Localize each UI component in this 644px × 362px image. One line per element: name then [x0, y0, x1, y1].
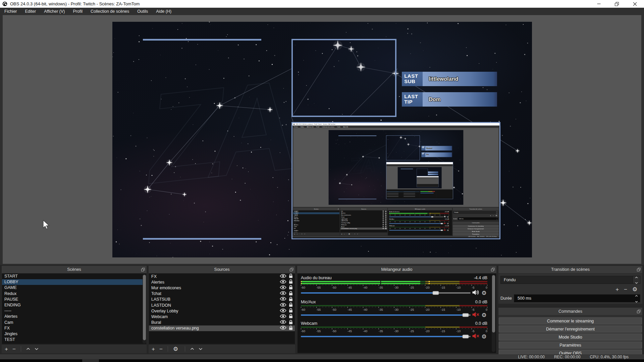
lock-icon[interactable] [289, 285, 293, 291]
close-button[interactable] [626, 0, 644, 8]
menu-item[interactable]: Outils [133, 8, 152, 15]
menu-item[interactable]: Fichier [0, 8, 21, 15]
remove-transition-button[interactable]: − [624, 287, 627, 292]
mute-toggle[interactable] [471, 333, 481, 340]
dock-float-icon[interactable] [141, 268, 145, 273]
last-tip-banner[interactable]: LASTTIP Dom [402, 92, 497, 107]
volume-slider-handle[interactable] [462, 313, 469, 317]
move-scene-up-button[interactable] [26, 348, 30, 350]
volume-slider[interactable] [301, 292, 471, 294]
volume-slider-handle[interactable] [432, 291, 439, 295]
spin-down-icon[interactable] [635, 299, 638, 304]
visibility-eye-icon[interactable] [280, 291, 286, 296]
scene-item[interactable]: ----- [2, 308, 146, 314]
channel-settings-icon[interactable]: ⚙ [481, 334, 487, 340]
visibility-eye-icon[interactable] [280, 303, 286, 308]
lock-icon[interactable] [289, 274, 293, 279]
scene-item[interactable]: Redux [2, 291, 146, 297]
source-item[interactable]: FX [149, 274, 295, 279]
window-capture-source[interactable]: OBS 24.0.3 (64-bit, windows) - Profil: T… [291, 122, 500, 239]
dock-float-icon[interactable] [491, 268, 495, 273]
menu-item[interactable]: Profil [69, 8, 86, 15]
menu-item[interactable]: Editer [21, 8, 40, 15]
lock-icon[interactable] [289, 279, 293, 285]
visibility-eye-icon[interactable] [280, 280, 286, 285]
menu-item[interactable]: Afficher (V) [40, 8, 69, 15]
move-source-up-button[interactable] [190, 348, 194, 350]
channel-settings-icon[interactable]: ⚙ [481, 290, 487, 296]
scene-item[interactable]: START [2, 274, 146, 279]
add-scene-button[interactable]: + [5, 346, 8, 352]
overlay-line-top[interactable] [143, 39, 261, 41]
channel-settings-icon[interactable]: ⚙ [481, 312, 487, 318]
scene-item[interactable]: LOBBY [2, 279, 146, 285]
command-button[interactable]: Commencer le streaming [499, 317, 642, 324]
menu-item[interactable]: Collection de scènes [87, 8, 133, 15]
scene-item[interactable]: TEST [2, 337, 146, 343]
commands-panel-header[interactable]: Commandes [498, 308, 642, 315]
overlay-line-bottom[interactable] [143, 238, 261, 240]
scene-item[interactable]: GAME [2, 285, 146, 291]
dock-float-icon[interactable] [637, 268, 641, 273]
mute-toggle[interactable] [471, 312, 481, 319]
source-item[interactable]: constellation verseau.png [149, 325, 295, 331]
lock-icon[interactable] [289, 302, 293, 308]
lock-icon[interactable] [289, 314, 293, 319]
visibility-eye-icon[interactable] [280, 274, 286, 279]
menu-item[interactable]: Aide (H) [152, 8, 175, 15]
scene-item[interactable]: ENDING [2, 302, 146, 308]
source-item[interactable]: Mur emoticones [149, 285, 295, 291]
move-source-down-button[interactable] [199, 348, 203, 350]
lock-icon[interactable] [289, 308, 293, 314]
mute-toggle[interactable] [471, 290, 481, 297]
visibility-eye-icon[interactable] [280, 314, 286, 319]
scenes-panel-header[interactable]: Scènes [2, 266, 147, 274]
sources-panel-header[interactable]: Sources [149, 266, 295, 274]
lock-icon[interactable] [289, 320, 293, 325]
source-item[interactable]: Tchat [149, 291, 295, 297]
scene-item[interactable]: Cam [2, 320, 146, 325]
remove-source-button[interactable]: − [159, 346, 163, 352]
source-item[interactable]: LASTSUB [149, 297, 295, 302]
volume-slider[interactable] [301, 314, 471, 316]
add-source-button[interactable]: + [152, 346, 155, 352]
lock-icon[interactable] [289, 297, 293, 302]
preview-canvas[interactable]: ZA LASTSUB littlewoland LASTTIP Dom OBS … [112, 22, 532, 257]
duration-spinbox[interactable]: 500 ms [514, 294, 640, 302]
transition-select[interactable]: Fondu [500, 276, 640, 284]
visibility-eye-icon[interactable] [280, 297, 286, 302]
restore-button[interactable] [608, 0, 626, 8]
source-item[interactable]: Overlay Lobby [149, 308, 295, 314]
spin-up-icon[interactable] [635, 293, 638, 298]
lock-icon[interactable] [289, 325, 293, 331]
last-sub-banner[interactable]: LASTSUB littlewoland [402, 72, 497, 86]
transition-settings-icon[interactable]: ⚙ [632, 287, 639, 292]
dock-float-icon[interactable] [290, 268, 293, 273]
remove-scene-button[interactable]: − [12, 346, 16, 352]
command-button[interactable]: Paramètres [499, 342, 642, 349]
command-button[interactable]: Mode Studio [499, 334, 642, 341]
mixer-panel-header[interactable]: Mélangeur audio [297, 266, 496, 274]
visibility-eye-icon[interactable] [280, 308, 286, 314]
visibility-eye-icon[interactable] [280, 325, 286, 331]
scene-item[interactable]: Jingles [2, 331, 146, 337]
visibility-eye-icon[interactable] [280, 320, 286, 325]
transitions-panel-header[interactable]: Transition de scènes [498, 266, 642, 274]
scene-item[interactable]: PAUSE [2, 297, 146, 302]
add-transition-button[interactable]: + [615, 287, 619, 292]
volume-slider[interactable] [301, 336, 471, 337]
visibility-eye-icon[interactable] [280, 285, 286, 291]
source-item[interactable]: Webcam [149, 314, 295, 319]
command-button[interactable]: Démarrer l'enregistrement [499, 325, 642, 333]
source-properties-icon[interactable]: ⚙ [173, 346, 180, 352]
source-item[interactable]: LASTDON [149, 302, 295, 308]
minimize-button[interactable] [590, 0, 608, 8]
combo-spinner[interactable] [633, 276, 640, 284]
move-scene-down-button[interactable] [35, 348, 39, 350]
volume-slider-handle[interactable] [462, 335, 469, 339]
constellation-image-source[interactable] [291, 39, 396, 117]
scene-list-scrollbar[interactable] [143, 274, 146, 344]
source-item[interactable]: Alertes [149, 279, 295, 285]
dock-float-icon[interactable] [637, 310, 641, 314]
source-item[interactable]: Bural [149, 320, 295, 325]
